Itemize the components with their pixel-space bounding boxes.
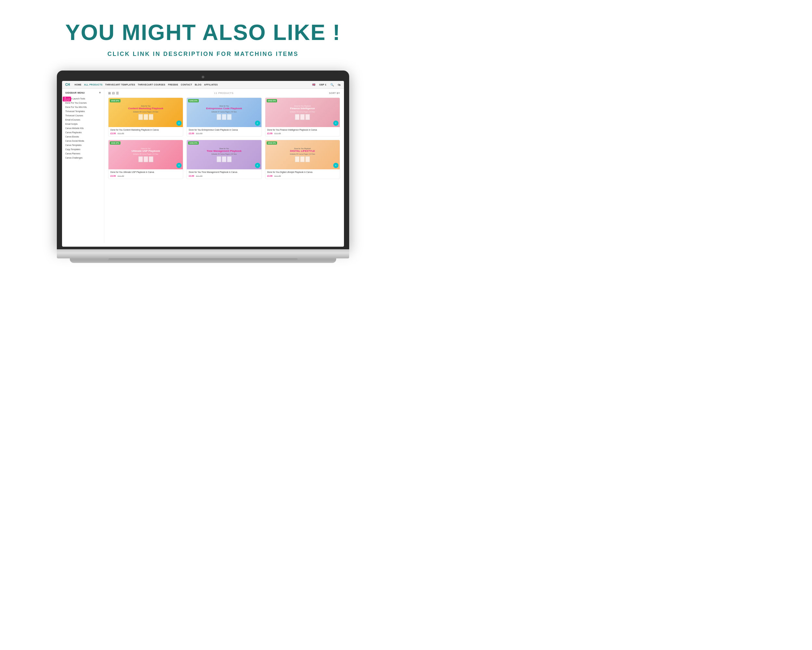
product-image-6: Done for You Playbook DIGITAL LIFESTYLE … <box>266 140 340 169</box>
card-subtitle-4: Editable 36 Canva Pages | A4 Size <box>133 153 158 155</box>
product-info-2: Done for You Entrepreneur Code Playbook … <box>187 127 261 136</box>
product-image-2: Done for You Entrepreneur Code Playbook … <box>187 98 261 127</box>
product-image-1: Done for You Content Marketing Playbook … <box>108 98 183 127</box>
sidebar-item-canva-website-kits[interactable]: Canva Website Kits <box>65 126 101 130</box>
list-view-icon[interactable] <box>116 91 119 95</box>
product-info-1: Done for You Content Marketing Playbook … <box>108 127 183 136</box>
product-card-6[interactable]: Done for You Playbook DIGITAL LIFESTYLE … <box>265 140 340 179</box>
browser-nav: CH HOME ALL PRODUCTS THRIVECART TEMPLATE… <box>62 81 344 89</box>
sidebar-item-done-for-you-mini-kits[interactable]: Done For You Mini Kits <box>65 105 101 109</box>
canva-badge-5: C <box>255 163 260 168</box>
price-current-1: £3.99 <box>110 132 116 135</box>
nav-home[interactable]: HOME <box>74 84 81 86</box>
nav-thrivecart-courses[interactable]: THRIVECART COURSES <box>138 84 165 86</box>
price-current-2: £3.99 <box>189 132 194 135</box>
card-title-5: Time Management Playbook <box>206 150 241 153</box>
card-subtitle-5: Editable 25 Canva Pages | A4 Size <box>211 153 237 155</box>
price-original-6: £11.99 <box>275 175 281 177</box>
product-info-6: Done for You Digital Lifestyle Playbook … <box>266 169 340 179</box>
nav-thrivecart-templates[interactable]: THRIVECART TEMPLATES <box>105 84 136 86</box>
card-title-2: Entrepreneur Code Playbook <box>206 107 242 110</box>
grid-view-icon[interactable] <box>108 91 111 95</box>
laptop-bottom <box>70 258 336 263</box>
nav-blog[interactable]: BLOG <box>195 84 202 86</box>
sidebar-item-thrivecart-templates[interactable]: Thrivecart Templates <box>65 109 101 113</box>
sidebar-item-thrivecart-courses[interactable]: Thrivecart Courses <box>65 113 101 118</box>
product-price-3: £3.99 £11.99 <box>267 132 338 135</box>
card-subtitle-6: Editable 65 Canva Pages | A4 Size <box>290 153 315 155</box>
product-toolbar: 11 PRODUCTS SORT BY <box>108 91 340 95</box>
card-title-3: Finance Intelligence <box>290 107 315 110</box>
sidebar-item-canva-templates[interactable]: Canva Templates <box>65 143 101 147</box>
price-current-4: £3.99 <box>110 175 116 177</box>
menu-view-icon[interactable] <box>112 91 114 95</box>
save-badge-4: SAVE 67% <box>110 141 121 145</box>
save-badge-2: SAVE 67% <box>188 99 199 102</box>
save-badge-6: SAVE 67% <box>267 141 277 145</box>
product-price-5: £3.99 £11.99 <box>189 175 259 177</box>
laptop-base <box>57 249 349 258</box>
save-badge-5: SAVE 67% <box>188 141 199 145</box>
product-card-1[interactable]: Done for You Content Marketing Playbook … <box>108 98 183 136</box>
sidebar-item-canva-planners[interactable]: Canva Planners <box>65 151 101 156</box>
sidebar-header: SIDEBAR MENU ∧ <box>65 91 101 94</box>
card-subtitle-3: Editable 70 Canva Pages | A4 Size <box>290 111 315 113</box>
laptop-screen-shell: CH HOME ALL PRODUCTS THRIVECART TEMPLATE… <box>57 70 349 249</box>
sort-by-control[interactable]: SORT BY <box>329 92 340 94</box>
sidebar-item-canva-social-media[interactable]: Canva Social Media <box>65 139 101 143</box>
page-headline: YOU MIGHT ALSO LIKE ! <box>65 20 341 45</box>
canva-badge-6: C <box>333 163 339 168</box>
nav-affiliates[interactable]: AFFILIATES <box>204 84 218 86</box>
currency-label[interactable]: GBP £ <box>319 84 327 86</box>
laptop-screen: CH HOME ALL PRODUCTS THRIVECART TEMPLATE… <box>62 81 344 247</box>
sidebar-item-canva-playbooks[interactable]: Canva Playbooks <box>65 130 101 135</box>
cart-icon[interactable]: 🛍 <box>338 83 341 86</box>
product-grid: Done for You Content Marketing Playbook … <box>108 98 340 179</box>
product-card-5[interactable]: Done for You Time Management Playbook Ed… <box>186 140 261 179</box>
product-name-2: Done for You Entrepreneur Code Playbook … <box>189 129 259 131</box>
save-badge-1: SAVE 67% <box>110 99 121 102</box>
page-subheadline: CLICK LINK IN DESCRIPTION FOR MATCHING I… <box>107 51 299 58</box>
product-price-1: £3.99 £11.99 <box>110 132 181 135</box>
card-title-6: DIGITAL LIFESTYLE <box>290 150 315 153</box>
card-pages-1 <box>138 114 153 120</box>
price-original-4: £11.99 <box>118 175 124 177</box>
nav-all-products[interactable]: ALL PRODUCTS <box>84 84 103 86</box>
price-current-5: £3.99 <box>189 175 194 177</box>
sidebar-item-email-ecourses[interactable]: Email eCourses <box>65 118 101 122</box>
product-price-2: £3.99 £11.99 <box>189 132 259 135</box>
browser-content: SIDEBAR MENU ∧ Done For You Course Launc… <box>62 89 344 243</box>
sidebar-collapse-icon[interactable]: ∧ <box>99 91 101 94</box>
canva-badge-1: C <box>176 121 182 126</box>
product-name-4: Done for You Ultimate USP Playbook in Ca… <box>110 171 181 174</box>
product-count: 11 PRODUCTS <box>214 92 234 94</box>
sidebar-item-copy-templates[interactable]: Copy Templates <box>65 147 101 151</box>
price-original-5: £11.99 <box>196 175 202 177</box>
sidebar-item-email-scripts[interactable]: Email Scripts <box>65 122 101 126</box>
card-title-1: Content Marketing Playbook <box>128 107 163 110</box>
product-card-2[interactable]: Done for You Entrepreneur Code Playbook … <box>186 98 261 136</box>
laptop-camera <box>202 76 204 78</box>
product-card-4[interactable]: Done for You Ultimate USP Playbook Edita… <box>108 140 183 179</box>
product-name-5: Done for You Time Management Playbook in… <box>189 171 259 174</box>
product-price-6: £3.99 £11.99 <box>267 175 338 177</box>
price-original-3: £11.99 <box>275 132 281 135</box>
card-title-4: Ultimate USP Playbook <box>131 150 160 153</box>
price-original-1: £11.99 <box>118 132 124 135</box>
canva-badge-4: C <box>176 163 182 168</box>
nav-contact[interactable]: CONTACT <box>181 84 192 86</box>
card-pages-5 <box>217 156 232 162</box>
card-pages-2 <box>217 114 232 120</box>
product-card-3[interactable]: Done for You Playbook Finance Intelligen… <box>265 98 340 136</box>
sidebar-item-canva-ebooks[interactable]: Canva Ebooks <box>65 135 101 139</box>
laptop-foot-left <box>70 258 109 260</box>
product-name-3: Done for You Finance Intelligence Playbo… <box>267 129 338 131</box>
nav-freebie[interactable]: FREEBIE <box>168 84 178 86</box>
canva-badge-2: C <box>255 121 260 126</box>
product-image-3: Done for You Playbook Finance Intelligen… <box>266 98 340 127</box>
sidebar-item-canva-challenges[interactable]: Canva Challenges <box>65 156 101 160</box>
laptop-mockup: CH HOME ALL PRODUCTS THRIVECART TEMPLATE… <box>57 70 349 263</box>
price-current-3: £3.99 <box>267 132 273 135</box>
search-icon[interactable]: 🔍 <box>330 83 334 86</box>
price-current-6: £3.99 <box>267 175 273 177</box>
